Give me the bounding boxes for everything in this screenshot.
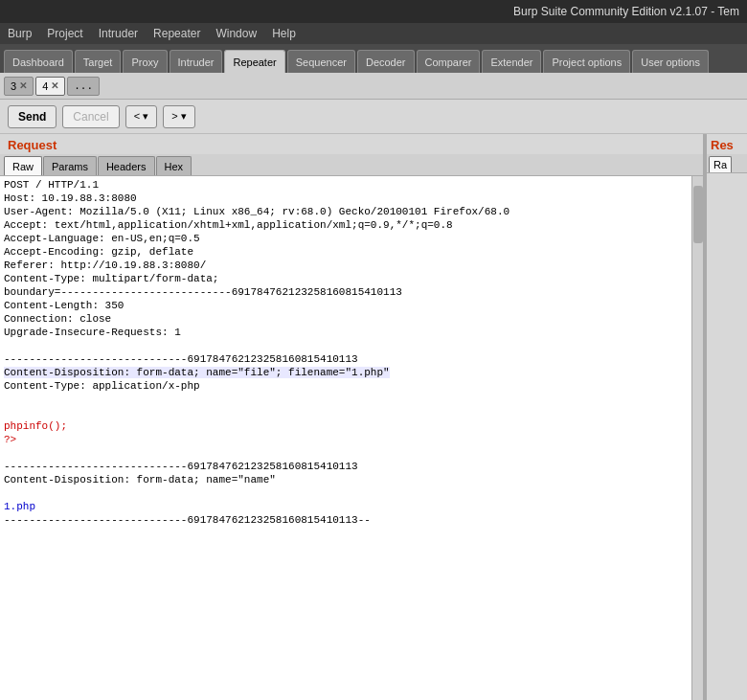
tab-raw-response[interactable]: Ra: [709, 156, 732, 172]
response-title: Res: [707, 134, 747, 154]
close-tab-3-icon[interactable]: ✕: [19, 80, 27, 91]
editor-area[interactable]: POST / HTTP/1.1 Host: 10.19.88.3:8080 Us…: [0, 176, 703, 700]
tab-raw[interactable]: Raw: [4, 156, 42, 175]
request-panel: Request Raw Params Headers Hex POST / HT…: [0, 134, 707, 700]
tab-sequencer[interactable]: Sequencer: [287, 50, 355, 73]
send-button[interactable]: Send: [8, 105, 57, 128]
tab-target[interactable]: Target: [75, 50, 122, 73]
tab-extender[interactable]: Extender: [482, 50, 541, 73]
menu-window[interactable]: Window: [212, 26, 260, 41]
response-inner-tabs: Ra: [707, 154, 747, 173]
title-bar: Burp Suite Community Edition v2.1.07 - T…: [0, 0, 747, 23]
request-title: Request: [0, 134, 703, 154]
tab-params[interactable]: Params: [43, 156, 97, 175]
repeater-tab-3-label: 3: [11, 80, 16, 92]
repeater-tab-4[interactable]: 4 ✕: [35, 77, 65, 96]
forward-button[interactable]: > ▾: [163, 105, 194, 128]
editor-content[interactable]: POST / HTTP/1.1 Host: 10.19.88.3:8080 Us…: [0, 176, 691, 700]
menu-project[interactable]: Project: [43, 26, 86, 41]
tab-decoder[interactable]: Decoder: [357, 50, 415, 73]
menu-help[interactable]: Help: [268, 26, 300, 41]
more-tabs-button[interactable]: ...: [67, 77, 100, 96]
toolbar: Send Cancel < ▾ > ▾: [0, 100, 747, 134]
menu-burp[interactable]: Burp: [4, 26, 35, 41]
scrollbar-thumb[interactable]: [693, 186, 703, 243]
main-tab-bar: Dashboard Target Proxy Intruder Repeater…: [0, 44, 747, 73]
title-text: Burp Suite Community Edition v2.1.07 - T…: [513, 5, 739, 18]
repeater-tab-bar: 3 ✕ 4 ✕ ...: [0, 73, 747, 100]
menu-repeater[interactable]: Repeater: [149, 26, 204, 41]
cancel-button[interactable]: Cancel: [62, 105, 119, 128]
repeater-tab-3[interactable]: 3 ✕: [4, 77, 34, 96]
content-area: Request Raw Params Headers Hex POST / HT…: [0, 134, 747, 700]
scrollbar-track[interactable]: [691, 176, 703, 700]
menu-intruder[interactable]: Intruder: [95, 26, 142, 41]
response-panel: Res Ra: [707, 134, 747, 700]
tab-comparer[interactable]: Comparer: [417, 50, 481, 73]
request-inner-tabs: Raw Params Headers Hex: [0, 154, 703, 176]
back-button[interactable]: < ▾: [125, 105, 157, 128]
repeater-tab-4-label: 4: [42, 80, 48, 92]
menu-bar: Burp Project Intruder Repeater Window He…: [0, 23, 747, 44]
tab-dashboard[interactable]: Dashboard: [4, 50, 73, 73]
tab-intruder[interactable]: Intruder: [170, 50, 223, 73]
tab-headers[interactable]: Headers: [98, 156, 155, 175]
close-tab-4-icon[interactable]: ✕: [51, 80, 58, 91]
tab-user-options[interactable]: User options: [632, 50, 709, 73]
tab-repeater[interactable]: Repeater: [224, 50, 284, 73]
tab-proxy[interactable]: Proxy: [123, 50, 167, 73]
tab-hex[interactable]: Hex: [156, 156, 192, 175]
tab-project-options[interactable]: Project options: [543, 50, 630, 73]
